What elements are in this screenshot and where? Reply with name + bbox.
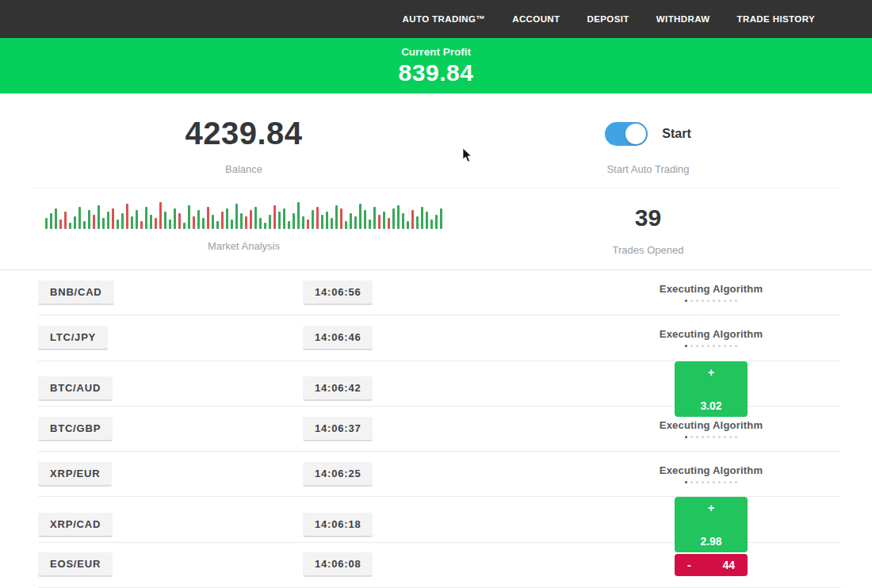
green-bar	[392, 208, 395, 229]
trades-list: BNB/CAD14:06:56Executing AlgorithmLTC/JP…	[0, 269, 872, 588]
green-bar	[297, 202, 300, 229]
balance-label: Balance	[32, 163, 456, 175]
toggle-start-label: Start	[662, 127, 690, 141]
green-bar	[226, 208, 228, 229]
green-bar	[102, 218, 105, 229]
progress-dot	[718, 436, 721, 438]
green-bar	[331, 218, 333, 229]
progress-dot	[713, 300, 715, 302]
red-bar	[155, 218, 157, 229]
red-bar	[245, 216, 247, 229]
pair-badge: LTC/JPY	[38, 326, 108, 350]
progress-dot	[724, 300, 726, 302]
green-bar	[359, 204, 361, 229]
red-bar	[411, 210, 414, 229]
progress-dot	[729, 300, 732, 302]
start-auto-trading-toggle[interactable]	[605, 122, 648, 146]
executing-algorithm-label: Executing Algorithm	[660, 419, 763, 431]
green-bar	[278, 212, 281, 229]
profit-badge: +2.98	[675, 497, 748, 552]
green-bar	[364, 210, 366, 229]
green-bar	[354, 216, 357, 229]
red-bar	[159, 202, 162, 229]
progress-dot	[718, 481, 721, 483]
green-bar	[202, 218, 205, 229]
green-bar	[117, 220, 119, 229]
top-nav: AUTO TRADING™ACCOUNTDEPOSITWITHDRAWTRADE…	[0, 0, 872, 38]
green-bar	[121, 213, 124, 229]
progress-dot	[690, 300, 693, 302]
red-bar	[221, 212, 224, 229]
green-bar	[426, 212, 428, 229]
red-bar	[307, 220, 309, 229]
green-bar	[254, 207, 257, 229]
progress-dot	[735, 436, 737, 438]
green-bar	[335, 205, 338, 229]
current-profit-label: Current Profit	[0, 46, 872, 58]
green-bar	[55, 208, 57, 229]
nav-item-withdraw[interactable]: WITHDRAW	[656, 14, 710, 24]
loss-badge: -44	[675, 554, 748, 576]
green-bar	[45, 218, 48, 229]
trade-row: BNB/CAD14:06:56Executing Algorithm	[38, 270, 840, 315]
time-badge: 14:06:42	[303, 376, 373, 401]
red-bar	[388, 218, 390, 229]
time-badge: 14:06:18	[303, 513, 373, 537]
balance-stat: 4239.84 Balance	[32, 117, 456, 188]
green-bar	[231, 220, 233, 229]
nav-item-deposit[interactable]: DEPOSIT	[587, 14, 629, 24]
red-bar	[178, 213, 181, 229]
red-bar	[64, 212, 67, 229]
executing-algorithm-label: Executing Algorithm	[660, 283, 763, 295]
green-bar	[188, 205, 190, 229]
result-value: 3.02	[700, 399, 721, 412]
progress-dot	[718, 345, 721, 347]
green-bar	[164, 212, 166, 229]
green-bar	[136, 210, 138, 229]
trades-opened-value: 39	[456, 200, 840, 231]
green-bar	[383, 212, 385, 229]
green-bar	[373, 207, 376, 229]
green-bar	[283, 208, 285, 229]
progress-dot	[724, 481, 726, 483]
green-bar	[197, 210, 200, 229]
market-analysis-label: Market Analysis	[32, 240, 456, 252]
nav-item-account[interactable]: ACCOUNT	[512, 14, 560, 24]
progress-dot	[696, 345, 698, 347]
green-bar	[235, 204, 238, 229]
red-bar	[340, 208, 342, 229]
green-bar	[131, 216, 133, 229]
pair-badge: BNB/CAD	[38, 281, 114, 305]
time-badge: 14:06:46	[303, 326, 373, 350]
pair-badge: XRP/CAD	[38, 513, 113, 537]
nav-item-trade-history[interactable]: TRADE HISTORY	[737, 14, 816, 24]
auto-trading-control: Start Start Auto Trading	[456, 117, 840, 188]
green-bar	[288, 221, 290, 229]
green-bar	[397, 205, 400, 229]
progress-dot	[702, 436, 704, 438]
green-bar	[293, 213, 295, 229]
green-bar	[78, 207, 81, 229]
green-bar	[269, 215, 271, 229]
result-value: 2.98	[700, 535, 721, 548]
progress-dot	[735, 345, 737, 347]
progress-dot	[713, 481, 715, 483]
green-bar	[83, 221, 86, 229]
trade-row: BTC/AUD14:06:42+3.02	[38, 361, 840, 407]
green-bar	[321, 215, 323, 229]
progress-dot	[729, 481, 732, 483]
result-value: 44	[722, 559, 735, 571]
pair-badge: EOS/EUR	[38, 552, 113, 577]
green-bar	[240, 213, 243, 229]
nav-item-auto-trading[interactable]: AUTO TRADING™	[403, 14, 486, 24]
progress-dot	[696, 481, 698, 483]
green-bar	[430, 220, 433, 229]
green-bar	[50, 213, 52, 229]
progress-dot	[729, 436, 732, 438]
progress-dot	[707, 300, 709, 302]
progress-dot	[735, 481, 737, 483]
progress-dots	[660, 436, 763, 438]
trade-row: XRP/EUR14:06:25Executing Algorithm	[38, 452, 840, 497]
time-badge: 14:06:37	[303, 417, 373, 441]
green-bar	[402, 213, 404, 229]
